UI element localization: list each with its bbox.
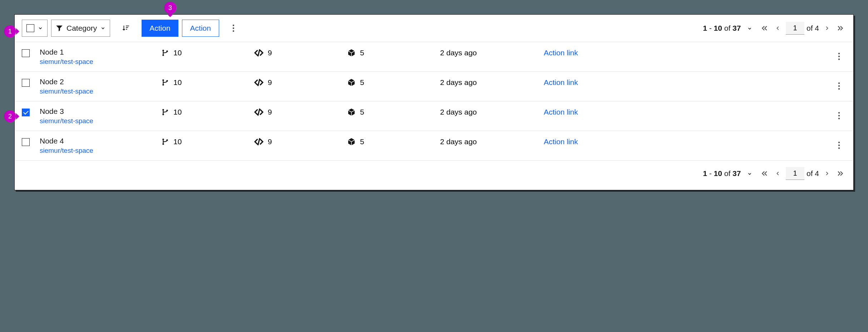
svg-point-4	[162, 54, 164, 56]
table-row: Node 1siemur/test-space10952 days agoAct…	[15, 42, 853, 72]
pagination-range[interactable]: 1 - 10 of 37	[703, 169, 752, 178]
table-row: Node 3siemur/test-space10952 days agoAct…	[15, 101, 853, 131]
prev-page-button[interactable]	[772, 168, 784, 179]
branch-icon	[161, 108, 169, 116]
kebab-icon	[838, 141, 840, 149]
row-overflow-menu[interactable]	[832, 137, 846, 154]
package-icon	[347, 49, 356, 57]
prev-page-button[interactable]	[772, 22, 784, 34]
row-overflow-menu[interactable]	[832, 48, 846, 65]
row-subtitle-link[interactable]: siemur/test-space	[40, 58, 158, 66]
branch-count: 10	[173, 49, 182, 57]
first-page-button[interactable]	[759, 168, 770, 179]
chevron-double-left-icon	[761, 170, 768, 177]
next-page-button[interactable]	[821, 22, 833, 34]
first-page-button[interactable]	[759, 22, 770, 34]
annotation-1: 1	[4, 25, 16, 37]
row-checkbox[interactable]	[22, 138, 30, 146]
category-filter[interactable]: Category	[51, 20, 110, 37]
select-all-dropdown[interactable]	[22, 20, 48, 37]
row-action-link[interactable]: Action link	[544, 77, 626, 87]
action-secondary-button[interactable]: Action	[182, 20, 219, 37]
chevron-right-icon	[824, 171, 829, 176]
svg-point-16	[162, 114, 164, 115]
chevron-down-icon	[38, 26, 43, 31]
row-subtitle-link[interactable]: siemur/test-space	[40, 117, 158, 125]
sort-button[interactable]	[119, 20, 133, 37]
chevron-down-icon	[747, 26, 752, 31]
annotation-3: 3	[164, 2, 176, 14]
row-action-link[interactable]: Action link	[544, 48, 626, 57]
package-count: 5	[360, 49, 364, 57]
package-icon	[347, 108, 356, 116]
row-timestamp: 2 days ago	[440, 48, 540, 57]
package-icon	[347, 137, 356, 146]
chevron-double-right-icon	[837, 170, 844, 177]
kebab-icon	[838, 82, 840, 90]
row-timestamp: 2 days ago	[440, 137, 540, 146]
row-title: Node 4	[40, 137, 158, 145]
chevron-down-icon	[100, 26, 105, 31]
select-all-checkbox[interactable]	[26, 24, 34, 32]
row-checkbox[interactable]	[22, 79, 30, 87]
row-overflow-menu[interactable]	[832, 77, 846, 95]
page-number-input[interactable]	[786, 167, 804, 180]
code-icon	[254, 138, 263, 146]
toolbar-right: 1 - 10 of 37 of 4	[703, 22, 846, 35]
chevron-down-icon	[747, 171, 752, 176]
row-checkbox[interactable]	[22, 109, 30, 116]
pagination-footer: 1 - 10 of 37 of 4	[15, 161, 853, 190]
branch-count: 10	[173, 78, 182, 87]
row-timestamp: 2 days ago	[440, 77, 540, 87]
chevron-left-icon	[775, 26, 780, 31]
last-page-button[interactable]	[835, 22, 846, 34]
package-icon	[347, 78, 356, 87]
row-action-link[interactable]: Action link	[544, 107, 626, 116]
pagination-nav: of 4	[759, 167, 846, 180]
data-table-panel: 1 2 3 Category Action Action	[14, 14, 854, 190]
last-page-button[interactable]	[835, 168, 846, 179]
chevron-double-right-icon	[837, 25, 844, 31]
row-title: Node 2	[40, 77, 158, 86]
page-total-label: of 4	[807, 169, 819, 178]
pagination-range[interactable]: 1 - 10 of 37	[703, 24, 752, 32]
svg-point-10	[162, 84, 164, 86]
svg-point-0	[233, 25, 234, 26]
svg-point-8	[838, 59, 840, 60]
next-page-button[interactable]	[821, 168, 833, 179]
chevron-left-icon	[775, 171, 780, 176]
svg-point-21	[162, 139, 164, 140]
kebab-icon	[838, 112, 840, 120]
page-number-input[interactable]	[786, 22, 804, 35]
annotation-2: 2	[4, 110, 16, 122]
toolbar: Category Action Action 1 - 10	[15, 15, 853, 42]
svg-point-1	[233, 27, 234, 29]
code-icon	[254, 79, 263, 86]
package-count: 5	[360, 108, 364, 116]
branch-icon	[161, 49, 169, 57]
chevron-right-icon	[824, 26, 829, 31]
row-checkbox[interactable]	[22, 49, 30, 57]
svg-point-24	[838, 142, 840, 143]
chevron-double-left-icon	[761, 25, 768, 31]
code-icon	[254, 49, 263, 57]
svg-point-26	[838, 147, 840, 149]
svg-point-12	[838, 82, 840, 84]
toolbar-left: Category Action Action	[22, 20, 241, 37]
svg-point-15	[162, 109, 164, 111]
code-count: 9	[268, 78, 272, 87]
row-title: Node 1	[40, 48, 158, 56]
row-action-link[interactable]: Action link	[544, 137, 626, 146]
row-subtitle-link[interactable]: siemur/test-space	[40, 147, 158, 155]
branch-icon	[161, 79, 169, 86]
code-count: 9	[268, 108, 272, 116]
action-primary-button[interactable]: Action	[142, 20, 178, 37]
row-subtitle-link[interactable]: siemur/test-space	[40, 87, 158, 95]
page-total-label: of 4	[807, 24, 819, 32]
filter-icon	[56, 25, 63, 32]
svg-point-18	[838, 112, 840, 114]
overflow-menu-button[interactable]	[226, 20, 241, 37]
code-icon	[254, 108, 263, 116]
sort-icon	[122, 24, 130, 32]
row-overflow-menu[interactable]	[832, 107, 846, 124]
